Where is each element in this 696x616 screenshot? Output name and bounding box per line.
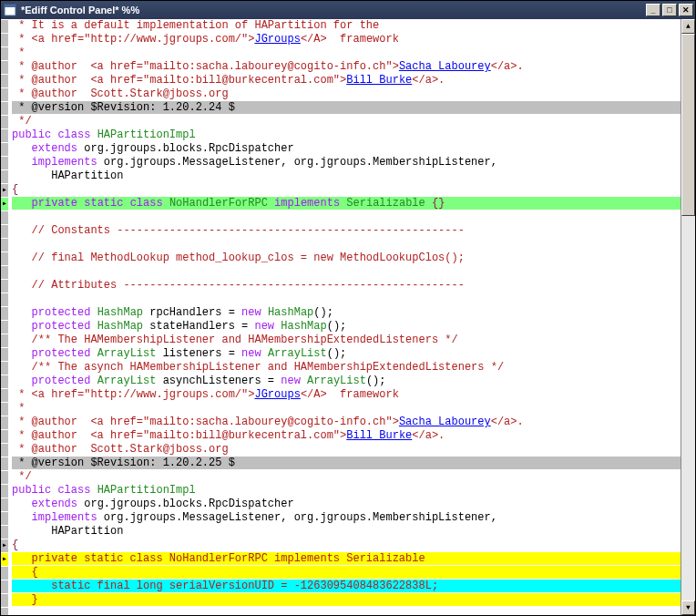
- code-line: * @version $Revision: 1.20.2.24 $: [1, 101, 681, 115]
- code-line: static final long serialVersionUID = -12…: [1, 580, 681, 593]
- link[interactable]: Bill Burke: [346, 74, 412, 87]
- code-line: */: [1, 470, 681, 484]
- code-line: ▸{: [1, 539, 681, 552]
- code-line: [1, 238, 681, 252]
- minimize-button[interactable]: _: [646, 4, 660, 16]
- code-line: [1, 210, 681, 224]
- code-line: * @author <a href="mailto:bill@burkecent…: [1, 74, 681, 87]
- code-line: * @author <a href="mailto:sacha.labourey…: [1, 416, 681, 429]
- window-titlebar: *Ediff Control Panel* %% _ □ ✕: [1, 1, 695, 19]
- code-line: /** The HAMembershipListener and HAMembe…: [1, 334, 681, 347]
- code-line: ▸ private static class NoHandlerForRPC i…: [1, 197, 681, 210]
- code-line: protected ArrayList listeners = new Arra…: [1, 347, 681, 361]
- code-line: [1, 265, 681, 279]
- code-line: protected HashMap stateHandlers = new Ha…: [1, 320, 681, 334]
- code-line: * @version $Revision: 1.20.2.25 $: [1, 457, 681, 470]
- diff-pane-a[interactable]: * It is a default implementation of HAPa…: [1, 19, 681, 388]
- code-line: // Constants ---------------------------…: [1, 224, 681, 238]
- code-line: HAPartition: [1, 525, 681, 539]
- code-line: ▸{: [1, 183, 681, 197]
- window-title: *Ediff Control Panel* %%: [21, 4, 646, 16]
- scrollbar-thumb[interactable]: [681, 34, 695, 216]
- code-line: // final MethodLookup method_lookup_clos…: [1, 252, 681, 265]
- code-line: * <a href="http://www.jgroups.com/">JGro…: [1, 33, 681, 46]
- code-line: * It is a default implementation of HAPa…: [1, 19, 681, 33]
- code-line: protected ArrayList asynchListeners = ne…: [1, 375, 681, 388]
- link[interactable]: Sacha Labourey: [399, 60, 491, 73]
- code-line: extends org.jgroups.blocks.RpcDispatcher: [1, 498, 681, 511]
- app-icon: [3, 3, 17, 17]
- code-line: * @author Scott.Stark@jboss.org: [1, 443, 681, 457]
- svg-rect-1: [5, 5, 15, 7]
- code-line: *: [1, 46, 681, 60]
- code-line: * @author <a href="mailto:sacha.labourey…: [1, 60, 681, 74]
- code-line: * <a href="http://www.jgroups.com/">JGro…: [1, 388, 681, 402]
- scroll-down-icon[interactable]: ▼: [681, 601, 695, 615]
- code-line: [1, 607, 681, 615]
- code-line: extends org.jgroups.blocks.RpcDispatcher: [1, 142, 681, 156]
- link[interactable]: Sacha Labourey: [399, 416, 491, 428]
- link[interactable]: JGroups: [254, 33, 300, 46]
- link[interactable]: JGroups: [254, 388, 300, 401]
- code-line: *: [1, 402, 681, 416]
- code-line: }: [1, 593, 681, 607]
- code-line: /** The asynch HAMembershipListener and …: [1, 361, 681, 375]
- code-line: * @author Scott.Stark@jboss.org: [1, 87, 681, 101]
- code-line: [1, 293, 681, 306]
- code-line: // Attributes --------------------------…: [1, 279, 681, 293]
- code-line: protected HashMap rpcHandlers = new Hash…: [1, 306, 681, 320]
- code-line: ▸ private static class NoHandlerForRPC i…: [1, 552, 681, 566]
- maximize-button[interactable]: □: [662, 4, 677, 16]
- code-line: public class HAPartitionImpl: [1, 128, 681, 142]
- code-line: implements org.jgroups.MessageListener, …: [1, 511, 681, 525]
- link[interactable]: Bill Burke: [346, 429, 412, 442]
- close-button[interactable]: ✕: [679, 4, 693, 16]
- code-line: HAPartition: [1, 169, 681, 183]
- vertical-scrollbar[interactable]: ▲ ▼: [681, 19, 695, 615]
- window-buttons: _ □ ✕: [646, 4, 693, 16]
- code-line: */: [1, 115, 681, 128]
- code-line: implements org.jgroups.MessageListener, …: [1, 156, 681, 169]
- diff-pane-b[interactable]: * <a href="http://www.jgroups.com/">JGro…: [1, 388, 681, 615]
- scroll-up-icon[interactable]: ▲: [681, 19, 695, 34]
- code-line: public class HAPartitionImpl: [1, 484, 681, 498]
- code-line: {: [1, 566, 681, 580]
- code-line: * @author <a href="mailto:bill@burkecent…: [1, 429, 681, 443]
